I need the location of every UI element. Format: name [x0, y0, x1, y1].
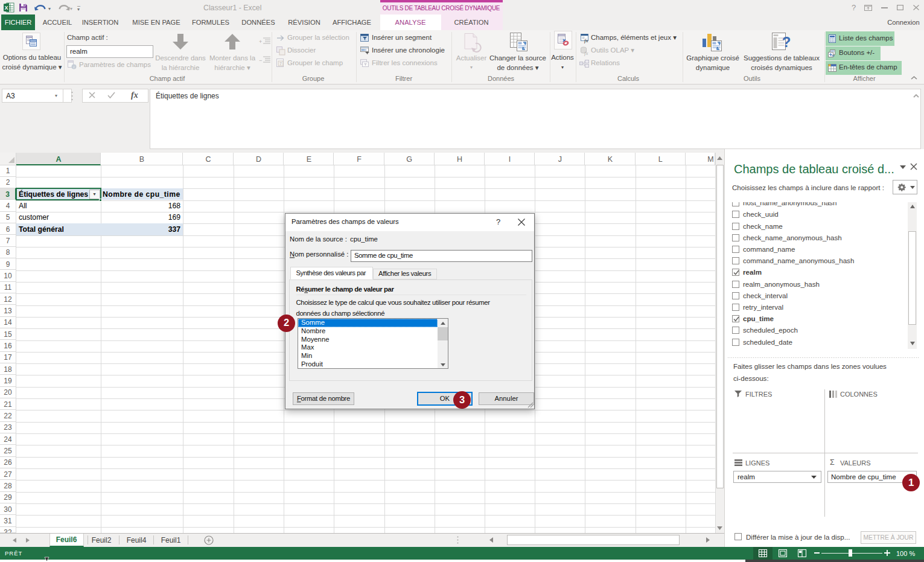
svg-text:i: i [74, 65, 75, 69]
svg-text:7: 7 [279, 62, 282, 66]
svg-text:X: X [4, 5, 8, 11]
svg-text:?: ? [782, 34, 791, 50]
svg-text:fx: fx [584, 50, 588, 56]
svg-text:fx: fx [584, 37, 588, 43]
